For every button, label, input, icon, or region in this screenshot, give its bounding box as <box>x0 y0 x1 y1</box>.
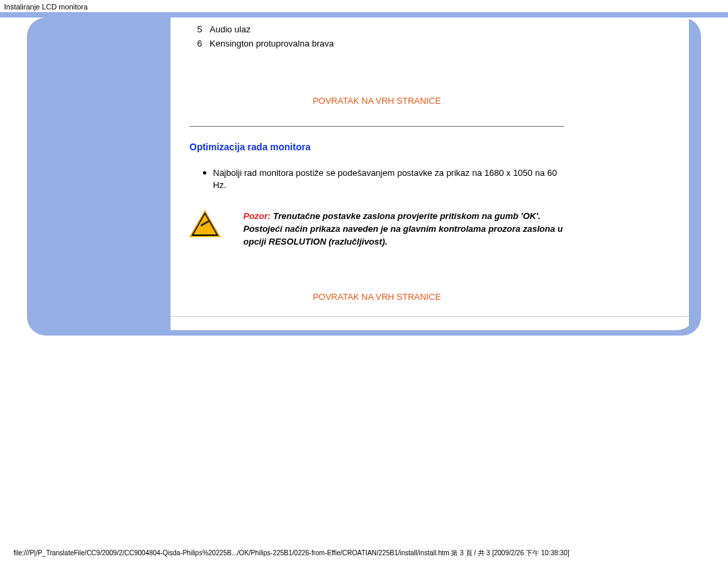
right-blue-strip <box>689 18 696 330</box>
item-number: 6 <box>189 38 210 49</box>
item-table: 5 Audio ulaz 6 Kensington protuprovalna … <box>189 24 564 49</box>
left-gutter <box>32 18 171 330</box>
outer-panel: 5 Audio ulaz 6 Kensington protuprovalna … <box>27 18 701 336</box>
note-text: Pozor: Trenutačne postavke zaslona provj… <box>243 210 564 249</box>
right-bottom-rule <box>584 316 689 317</box>
top-strip <box>0 12 728 18</box>
item-label: Kensington protuprovalna brava <box>210 38 564 49</box>
item-row: 5 Audio ulaz <box>189 24 564 34</box>
item-label: Audio ulaz <box>210 24 564 34</box>
item-row: 6 Kensington protuprovalna brava <box>189 38 564 49</box>
warning-triangle-icon <box>189 210 220 237</box>
content-bottom-rule <box>171 316 584 317</box>
back-to-top-link-1[interactable]: POVRATAK NA VRH STRANICE <box>189 96 564 106</box>
page-title: Instaliranje LCD monitora <box>0 0 728 12</box>
right-gutter <box>584 18 696 330</box>
bullet-item: Najbolji rad monitora postiže se podešav… <box>203 167 564 191</box>
back-to-top-anchor[interactable]: POVRATAK NA VRH STRANICE <box>313 96 441 106</box>
bullet-text: Najbolji rad monitora postiže se podešav… <box>213 167 564 191</box>
bullet-dot-icon <box>203 171 206 175</box>
item-number: 5 <box>189 24 210 34</box>
warning-note: Pozor: Trenutačne postavke zaslona provj… <box>189 210 564 249</box>
back-to-top-link-2[interactable]: POVRATAK NA VRH STRANICE <box>189 292 564 302</box>
note-label: Pozor: <box>243 211 270 221</box>
section-divider <box>189 126 564 127</box>
content-panel: 5 Audio ulaz 6 Kensington protuprovalna … <box>171 18 584 330</box>
footer-path: file:///P|/P_TranslateFile/CC9/2009/2/CC… <box>13 549 715 558</box>
bullet-list: Najbolji rad monitora postiže se podešav… <box>203 167 564 191</box>
note-body: Trenutačne postavke zaslona provjerite p… <box>243 211 563 247</box>
back-to-top-anchor[interactable]: POVRATAK NA VRH STRANICE <box>313 292 441 302</box>
section-heading: Optimizacija rada monitora <box>189 142 564 152</box>
